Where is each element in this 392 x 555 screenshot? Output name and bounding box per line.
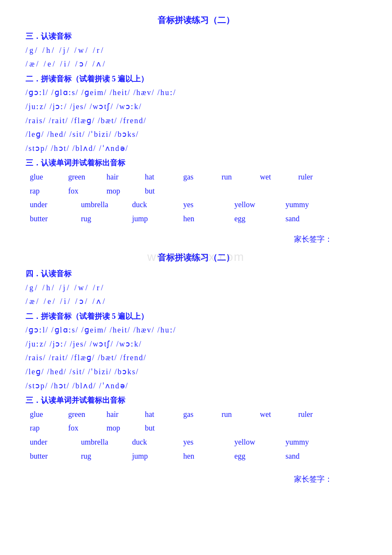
section1-word-row-4: butter rug jump hen egg sand — [26, 212, 366, 225]
section2-word-row-3: under umbrella duck yes yellow yummy — [26, 436, 366, 449]
page-title-2: 音标拼读练习（二） — [26, 250, 366, 265]
word-egg-1: egg — [230, 212, 277, 225]
section1-word-row-1: glue green hair hat gas run wet ruler — [26, 171, 366, 184]
word-hen-2: hen — [179, 450, 226, 463]
word-mop-2: mop — [102, 422, 136, 435]
parent-sign-1: 家长签字： — [26, 233, 366, 246]
page-title-1: 音标拼读练习（二） — [26, 13, 366, 27]
section1-phonetic2-row4: /leɡ/ /hed/ /sit/ /ˈbizi/ /bɔks/ — [26, 128, 366, 141]
section2-word-row-1: glue green hair hat gas run wet ruler — [26, 408, 366, 421]
word-fox-2: fox — [64, 422, 98, 435]
word-gas-2: gas — [179, 408, 213, 421]
word-jump-1: jump — [128, 212, 175, 225]
section1-phonetic2-row5: /stɔp/ /hɔt/ /blʌd/ /ˈʌndə/ — [26, 142, 366, 155]
section2-phonetic2-row5: /stɔp/ /hɔt/ /blʌd/ /ˈʌndə/ — [26, 379, 366, 393]
word-butter-2: butter — [26, 450, 72, 463]
word-yummy-1: yummy — [281, 198, 328, 211]
word-gas-1: gas — [179, 171, 213, 184]
word-but-2: but — [141, 422, 175, 435]
word-butter-1: butter — [26, 212, 72, 225]
parent-sign-2: 家长签字： — [26, 473, 366, 486]
word-glue-2: glue — [26, 408, 60, 421]
section2-phonetic2-row3: /rais/ /rait/ /flæɡ/ /bæt/ /frend/ — [26, 351, 366, 364]
section1-header2: 二．拼读音标（试着拼读 5 遍以上） — [26, 72, 366, 86]
word-green-1: green — [64, 171, 98, 184]
word-ruler-2: ruler — [294, 408, 328, 421]
word-yummy-2: yummy — [281, 436, 328, 449]
section1-word-row-2: rap fox mop but — [26, 185, 366, 198]
word-hair-2: hair — [102, 408, 136, 421]
section2-phonetic1-row2: /æ/ /e/ /i/ /ɔ/ /ʌ/ — [26, 295, 366, 308]
section2-phonetic2-row1: /ɡɔːl/ /ɡlɑːs/ /ɡeim/ /heit/ /hæv/ /huː/ — [26, 324, 366, 337]
section2-phonetic2-row2: /juːz/ /jɔː/ /jes/ /wɔtʃ/ /wɔːk/ — [26, 338, 366, 351]
word-rug-1: rug — [77, 212, 124, 225]
section2-header2: 二．拼读音标（试着拼读 5 遍以上） — [26, 310, 366, 323]
word-duck-1: duck — [128, 198, 175, 211]
word-rap-2: rap — [26, 422, 60, 435]
watermark-area: www.bdocx.com 音标拼读练习（二） — [26, 250, 366, 265]
word-rap-1: rap — [26, 185, 60, 198]
word-sand-2: sand — [281, 450, 328, 463]
section2-header3: 三．认读单词并试着标出音标 — [26, 394, 366, 407]
section1-header3: 三．认读单词并试着标出音标 — [26, 156, 366, 170]
word-egg-2: egg — [230, 450, 277, 463]
word-jump-2: jump — [128, 450, 175, 463]
word-fox-1: fox — [64, 185, 98, 198]
word-sand-1: sand — [281, 212, 328, 225]
section2-word-row-2: rap fox mop but — [26, 422, 366, 435]
word-glue-1: glue — [26, 171, 60, 184]
word-duck-2: duck — [128, 436, 175, 449]
section2-phonetic1-row1: /g/ /h/ /j/ /w/ /r/ — [26, 281, 366, 295]
word-yes-2: yes — [179, 436, 226, 449]
section1-phonetic1-row2: /æ/ /e/ /i/ /ɔ/ /ʌ/ — [26, 58, 366, 71]
word-run-2: run — [217, 408, 251, 421]
section1-word-row-3: under umbrella duck yes yellow yummy — [26, 198, 366, 211]
word-yes-1: yes — [179, 198, 226, 211]
section1-header1: 三．认读音标 — [26, 30, 366, 43]
word-wet-1: wet — [256, 171, 290, 184]
word-umbrella-2: umbrella — [77, 436, 124, 449]
word-green-2: green — [64, 408, 98, 421]
word-hat-1: hat — [141, 171, 175, 184]
word-wet-2: wet — [256, 408, 290, 421]
word-under-2: under — [26, 436, 72, 449]
word-hat-2: hat — [141, 408, 175, 421]
word-yellow-1: yellow — [230, 198, 277, 211]
word-hair-1: hair — [102, 171, 136, 184]
section1-phonetic2-row3: /rais/ /rait/ /flæɡ/ /bæt/ /frend/ — [26, 114, 366, 127]
word-ruler-1: ruler — [294, 171, 328, 184]
word-but-1: but — [141, 185, 175, 198]
word-umbrella-1: umbrella — [77, 198, 124, 211]
section1-phonetic2-row2: /juːz/ /jɔː/ /jes/ /wɔtʃ/ /wɔːk/ — [26, 100, 366, 113]
section2-phonetic2-row4: /leɡ/ /hed/ /sit/ /ˈbizi/ /bɔks/ — [26, 365, 366, 379]
word-mop-1: mop — [102, 185, 136, 198]
word-hen-1: hen — [179, 212, 226, 225]
word-under-1: under — [26, 198, 72, 211]
word-yellow-2: yellow — [230, 436, 277, 449]
section2-header1: 四．认读音标 — [26, 267, 366, 280]
word-run-1: run — [217, 171, 251, 184]
section1-phonetic2-row1: /ɡɔːl/ /ɡlɑːs/ /ɡeim/ /heit/ /hæv/ /huː/ — [26, 86, 366, 99]
word-rug-2: rug — [77, 450, 124, 463]
section1-phonetic1-row1: /g/ /h/ /j/ /w/ /r/ — [26, 44, 366, 57]
section2-word-row-4: butter rug jump hen egg sand — [26, 450, 366, 463]
